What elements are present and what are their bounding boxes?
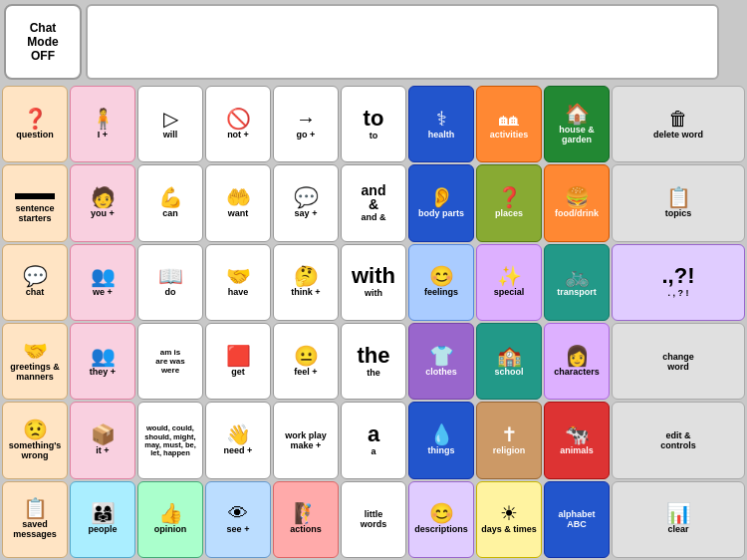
special[interactable]: ✨special	[476, 244, 542, 321]
transport[interactable]: 🚲transport	[544, 244, 610, 321]
punctuation[interactable]: .,?!. , ? !	[612, 244, 745, 321]
work-play-label: work play make +	[285, 431, 327, 451]
you-plus-label: you +	[91, 209, 115, 219]
feelings[interactable]: 😊feelings	[408, 244, 474, 321]
opinion[interactable]: 👍opinion	[137, 481, 203, 558]
somethings-wrong[interactable]: 😟something's wrong	[2, 402, 68, 478]
body-parts[interactable]: 👂body parts	[408, 164, 474, 241]
change-word[interactable]: change word	[612, 323, 745, 400]
and[interactable]: and &and &	[341, 164, 406, 241]
chat-icon: 💬	[23, 266, 48, 286]
animals[interactable]: 🐄animals	[544, 402, 610, 478]
get[interactable]: 🟥get	[205, 323, 271, 400]
and-big-text: and &	[362, 183, 386, 211]
somethings-wrong-label: something's wrong	[9, 441, 62, 461]
topics[interactable]: 📋topics	[612, 164, 745, 241]
want[interactable]: 🤲want	[205, 164, 271, 241]
text-input[interactable]	[86, 4, 719, 80]
activities[interactable]: 🏘activities	[476, 86, 542, 162]
delete-word[interactable]: 🗑delete word	[612, 86, 745, 162]
greetings-manners-label: greetings & manners	[10, 363, 60, 383]
chat-label: chat	[26, 288, 45, 298]
people[interactable]: 👨‍👩‍👧people	[70, 481, 135, 558]
sentence-starters[interactable]: ▬▬sentence starters	[2, 164, 68, 241]
saved-messages[interactable]: 📋saved messages	[2, 481, 68, 558]
they-plus-label: they +	[90, 368, 116, 378]
change-word-label: change word	[662, 353, 694, 373]
clear-icon: 📊	[666, 503, 691, 523]
you-plus[interactable]: 🧑you +	[70, 164, 135, 241]
chat-mode-button[interactable]: Chat Mode OFF	[4, 4, 82, 80]
edit-controls[interactable]: edit & controls	[612, 402, 745, 478]
see-plus-icon: 👁	[228, 503, 248, 523]
you-plus-icon: 🧑	[91, 187, 116, 207]
feelings-label: feelings	[424, 288, 458, 298]
greetings-manners[interactable]: 🤝greetings & manners	[2, 323, 68, 400]
work-play[interactable]: work play make +	[273, 402, 339, 478]
places[interactable]: ❓places	[476, 164, 542, 241]
want-icon: 🤲	[226, 187, 251, 207]
descriptions[interactable]: 😊descriptions	[408, 481, 474, 558]
sentence-starters-label: sentence starters	[15, 204, 54, 224]
clothes[interactable]: 👕clothes	[408, 323, 474, 400]
to[interactable]: toto	[341, 86, 406, 162]
they-plus[interactable]: 👥they +	[70, 323, 135, 400]
can[interactable]: 💪can	[137, 164, 203, 241]
need-plus[interactable]: 👋need +	[205, 402, 271, 478]
will-icon: ▷	[163, 109, 178, 129]
do-icon: 📖	[158, 266, 183, 286]
days-times[interactable]: ☀days & times	[476, 481, 542, 558]
go-plus[interactable]: →go +	[273, 86, 339, 162]
opinion-label: opinion	[154, 525, 187, 535]
not-plus-label: not +	[227, 131, 249, 140]
house-garden[interactable]: 🏠house & garden	[544, 86, 610, 162]
i-plus-label: I +	[98, 131, 108, 140]
animals-label: animals	[560, 446, 594, 456]
not-plus[interactable]: 🚫not +	[205, 86, 271, 162]
feel-plus[interactable]: 😐feel +	[273, 323, 339, 400]
food-drink[interactable]: 🍔food/drink	[544, 164, 610, 241]
school-label: school	[494, 368, 523, 378]
school[interactable]: 🏫school	[476, 323, 542, 400]
the[interactable]: thethe	[341, 323, 406, 400]
descriptions-icon: 😊	[429, 503, 454, 523]
feelings-icon: 😊	[429, 266, 454, 286]
would-could[interactable]: would, could, should, might, may, must, …	[137, 402, 203, 478]
alphabet[interactable]: alphabet ABC	[544, 481, 610, 558]
school-icon: 🏫	[497, 346, 522, 366]
punctuation-big-text: .,?!	[662, 265, 695, 287]
we-plus-label: we +	[93, 288, 113, 298]
need-plus-label: need +	[224, 446, 253, 456]
say-plus[interactable]: 💬say +	[273, 164, 339, 241]
have[interactable]: 🤝have	[205, 244, 271, 321]
am-is-are[interactable]: am is are was were	[137, 323, 203, 400]
with[interactable]: withwith	[341, 244, 406, 321]
chat[interactable]: 💬chat	[2, 244, 68, 321]
religion[interactable]: ✝religion	[476, 402, 542, 478]
a[interactable]: aa	[341, 402, 406, 478]
do-label: do	[165, 288, 176, 298]
actions-icon: 🧗	[294, 503, 319, 523]
sentence-starters-icon: ▬▬	[15, 182, 55, 202]
do[interactable]: 📖do	[137, 244, 203, 321]
i-plus[interactable]: 🧍I +	[70, 86, 135, 162]
think-plus[interactable]: 🤔think +	[273, 244, 339, 321]
with-label: with	[365, 289, 382, 299]
it-plus[interactable]: 📦it +	[70, 402, 135, 478]
things[interactable]: 💧things	[408, 402, 474, 478]
little-words[interactable]: little words	[341, 481, 406, 558]
special-icon: ✨	[497, 266, 522, 286]
actions[interactable]: 🧗actions	[273, 481, 339, 558]
clothes-label: clothes	[425, 368, 457, 378]
we-plus[interactable]: 👥we +	[70, 244, 135, 321]
saved-messages-icon: 📋	[23, 498, 48, 518]
question[interactable]: ❓question	[2, 86, 68, 162]
see-plus[interactable]: 👁see +	[205, 481, 271, 558]
religion-icon: ✝	[501, 424, 518, 444]
transport-label: transport	[557, 288, 597, 298]
clear[interactable]: 📊clear	[612, 481, 745, 558]
see-plus-label: see +	[227, 525, 250, 535]
health[interactable]: ⚕health	[408, 86, 474, 162]
will[interactable]: ▷will	[137, 86, 203, 162]
characters[interactable]: 👩characters	[544, 323, 610, 400]
